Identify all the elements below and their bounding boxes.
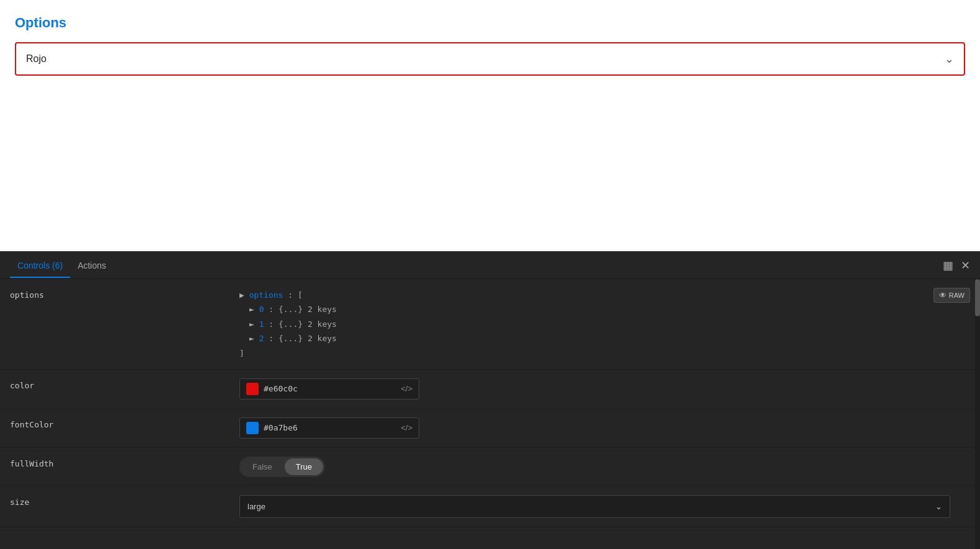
arrow-icon: ▶ bbox=[239, 290, 249, 300]
control-row-options: options ▶ options : [ ► 0 : {...} 2 keys… bbox=[0, 279, 980, 370]
control-label-size: size bbox=[0, 486, 229, 518]
control-label-fullwidth: fullWidth bbox=[0, 448, 229, 480]
item1-arrow[interactable]: ► bbox=[249, 319, 259, 329]
preview-area: Options Rojo ⌄ bbox=[0, 0, 980, 251]
layout-icon[interactable]: ▦ bbox=[943, 259, 953, 272]
tab-actions[interactable]: Actions bbox=[70, 253, 114, 278]
fontcolor-swatch[interactable] bbox=[246, 422, 259, 434]
item2-arrow[interactable]: ► bbox=[249, 334, 259, 343]
control-row-fullwidth: fullWidth False True bbox=[0, 448, 980, 486]
select-wrapper[interactable]: Rojo ⌄ bbox=[15, 42, 965, 76]
tab-controls-label: Controls (6) bbox=[17, 261, 63, 270]
select-value: Rojo bbox=[26, 53, 47, 65]
controls-panel: Controls (6) Actions ▦ ✕ options ▶ optio… bbox=[0, 251, 980, 549]
tabs-right-icons: ▦ ✕ bbox=[943, 259, 970, 272]
control-value-color: #e60c0c </> bbox=[229, 370, 980, 408]
chevron-down-icon: ⌄ bbox=[945, 52, 954, 66]
color-hex-value: #e60c0c bbox=[264, 384, 396, 393]
eye-icon: 👁 bbox=[939, 291, 947, 300]
tab-controls[interactable]: Controls (6) bbox=[10, 253, 70, 278]
bool-false-option[interactable]: False bbox=[241, 458, 283, 475]
control-value-options: ▶ options : [ ► 0 : {...} 2 keys ► 1 : {… bbox=[229, 279, 980, 369]
controls-content: options ▶ options : [ ► 0 : {...} 2 keys… bbox=[0, 279, 980, 527]
close-icon[interactable]: ✕ bbox=[961, 259, 970, 272]
scrollbar-thumb[interactable] bbox=[975, 279, 980, 316]
control-label-color: color bbox=[0, 370, 229, 401]
fontcolor-hex-value: #0a7be6 bbox=[264, 423, 396, 432]
control-label-fontcolor: fontColor bbox=[0, 409, 229, 440]
bool-toggle: False True bbox=[239, 457, 325, 477]
bool-true-option[interactable]: True bbox=[285, 458, 323, 475]
options-tree: ▶ options : [ ► 0 : {...} 2 keys ► 1 : {… bbox=[239, 288, 337, 360]
color-input-box[interactable]: #e60c0c </> bbox=[239, 378, 419, 399]
size-value: large bbox=[247, 502, 265, 511]
controls-wrapper: options ▶ options : [ ► 0 : {...} 2 keys… bbox=[0, 279, 980, 549]
scrollbar-track[interactable] bbox=[975, 279, 980, 549]
code-icon[interactable]: </> bbox=[401, 384, 412, 393]
raw-button[interactable]: 👁 RAW bbox=[933, 288, 970, 303]
control-label-options: options bbox=[0, 279, 229, 311]
control-row-fontcolor: fontColor #0a7be6 </> bbox=[0, 409, 980, 448]
tab-actions-label: Actions bbox=[78, 261, 106, 270]
controls-tabs: Controls (6) Actions ▦ ✕ bbox=[0, 252, 980, 279]
size-dropdown[interactable]: large ⌄ bbox=[239, 495, 950, 518]
control-value-fullwidth: False True bbox=[229, 448, 980, 486]
fontcolor-input-box[interactable]: #0a7be6 </> bbox=[239, 417, 419, 439]
options-key[interactable]: options bbox=[249, 290, 283, 300]
control-value-fontcolor: #0a7be6 </> bbox=[229, 409, 980, 447]
preview-title: Options bbox=[15, 15, 965, 31]
select-display[interactable]: Rojo ⌄ bbox=[16, 43, 964, 74]
control-row-size: size large ⌄ bbox=[0, 486, 980, 527]
size-chevron-icon: ⌄ bbox=[935, 502, 942, 511]
control-value-size: large ⌄ bbox=[229, 486, 980, 527]
item0-arrow[interactable]: ► bbox=[249, 305, 259, 314]
color-swatch[interactable] bbox=[246, 383, 259, 395]
control-row-color: color #e60c0c </> bbox=[0, 370, 980, 409]
fontcolor-code-icon[interactable]: </> bbox=[401, 423, 412, 432]
